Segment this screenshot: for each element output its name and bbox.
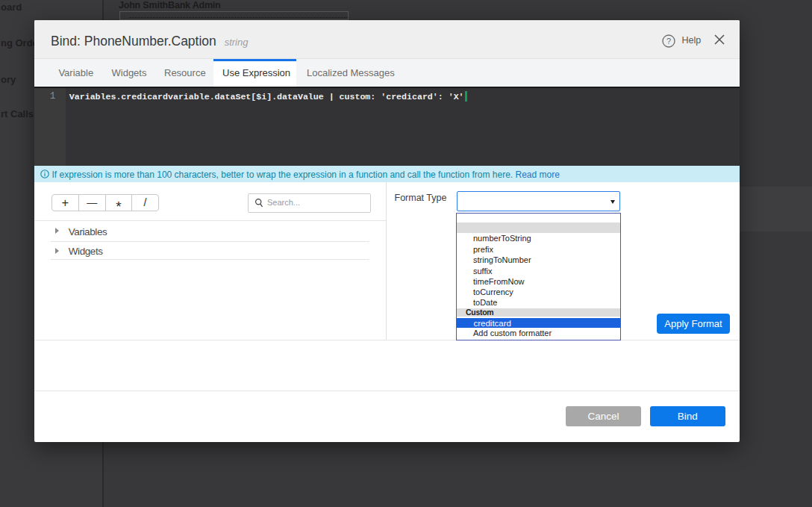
svg-text:?: ? <box>666 37 671 46</box>
